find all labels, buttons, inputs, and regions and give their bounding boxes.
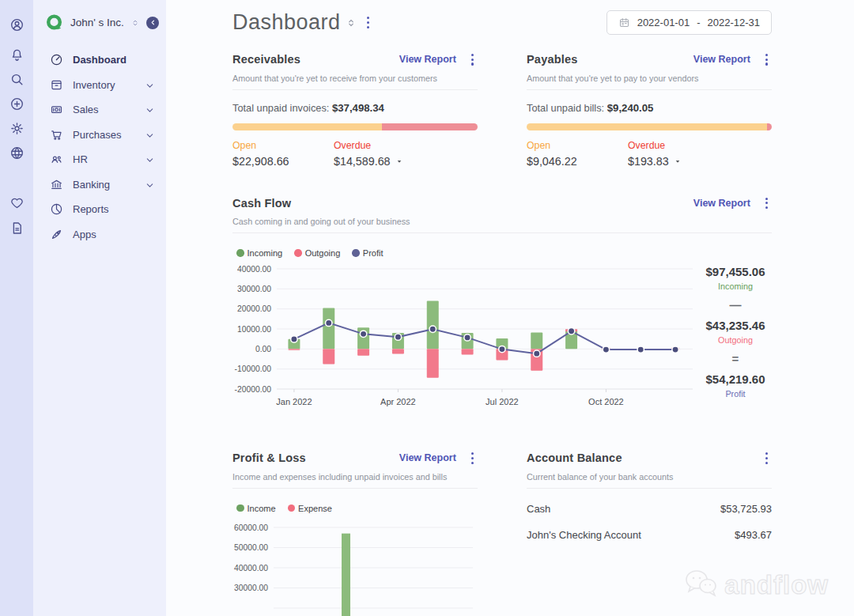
outgoing-total: $43,235.46 [699, 319, 772, 332]
dashboard-icon [50, 53, 63, 66]
gear-icon[interactable] [9, 121, 25, 136]
cashflow-legend: IncomingOutgoingProfit [236, 248, 772, 258]
svg-text:30000.00: 30000.00 [234, 584, 268, 592]
account-icon[interactable] [9, 17, 25, 32]
apps-icon [50, 228, 63, 241]
svg-text:-10000.00: -10000.00 [235, 365, 272, 373]
legend-item-incoming: Incoming [236, 248, 282, 258]
account-row: Cash$53,725.93 [527, 503, 772, 515]
cashflow-kebab-menu[interactable] [761, 195, 772, 212]
sidebar-item-apps[interactable]: Apps [33, 222, 166, 248]
sidebar-item-label: Sales [73, 104, 99, 115]
sidebar-item-label: Reports [73, 203, 109, 215]
page-title: Dashboard [232, 10, 341, 35]
sidebar-item-dashboard[interactable]: Dashboard [33, 47, 166, 73]
org-switch-icon[interactable] [131, 17, 139, 28]
legend-item-income: Income [236, 504, 276, 513]
cashflow-subtitle: Cash coming in and going out of your bus… [232, 217, 772, 226]
sidebar-item-inventory[interactable]: Inventory [33, 73, 166, 98]
date-range-picker[interactable]: 2022-01-01 - 2022-12-31 [606, 10, 772, 35]
chevron-down-icon [145, 105, 154, 114]
receivables-overdue-value: $14,589.68 [334, 155, 391, 168]
receivables-open: Open $22,908.66 [232, 140, 297, 168]
payables-open-segment [527, 123, 767, 130]
sidebar-item-reports[interactable]: Reports [33, 197, 166, 222]
profit-loss-legend: IncomeExpense [236, 504, 478, 513]
heart-icon[interactable] [9, 195, 25, 210]
collapse-sidebar-button[interactable] [146, 17, 159, 29]
payables-subtitle: Amount that you're yet to pay to your ve… [527, 74, 772, 83]
calendar-icon [618, 17, 630, 28]
svg-text:Oct 2022: Oct 2022 [588, 397, 624, 406]
reports-icon [50, 202, 63, 216]
chevron-down-icon [145, 81, 154, 89]
search-icon[interactable] [9, 72, 25, 87]
cashflow-view-report-link[interactable]: View Report [693, 198, 750, 209]
inventory-icon [50, 78, 63, 92]
sidebar-item-hr[interactable]: HR [33, 147, 166, 172]
svg-text:Apr 2022: Apr 2022 [380, 397, 416, 406]
sidebar-item-label: Banking [73, 179, 110, 191]
svg-text:60000.00: 60000.00 [234, 523, 268, 531]
account-balance-kebab-menu[interactable] [761, 450, 772, 467]
profit-loss-view-report-link[interactable]: View Report [399, 452, 456, 463]
receivables-total: Total unpaid invoices: $37,498.34 [232, 102, 478, 114]
date-end: 2022-12-31 [708, 17, 761, 28]
equals-operator: = [699, 352, 772, 365]
sidebar-item-sales[interactable]: Sales [33, 97, 166, 123]
org-logo-icon [45, 13, 63, 32]
cashflow-card: Cash Flow View Report Cash coming in and… [232, 195, 772, 414]
account-row: John's Checking Account$493.67 [527, 529, 772, 541]
receivables-progress-bar [232, 123, 478, 130]
sidebar-item-banking[interactable]: Banking [33, 172, 166, 198]
svg-text:Jul 2022: Jul 2022 [486, 397, 519, 406]
plus-icon[interactable] [9, 96, 25, 111]
receivables-card: Receivables View Report Amount that you'… [232, 51, 478, 168]
page-kebab-menu[interactable] [363, 14, 373, 31]
payables-kebab-menu[interactable] [761, 51, 772, 68]
payables-open-value: $9,046.22 [527, 155, 591, 168]
receivables-overdue: Overdue $14,589.68 [334, 140, 403, 168]
document-icon[interactable] [9, 221, 25, 236]
sidebar-item-label: Apps [73, 229, 96, 240]
overdue-dropdown-caret[interactable] [674, 157, 682, 165]
sidebar-nav: DashboardInventorySalesPurchasesHRBankin… [33, 47, 166, 247]
org-name: John' s Inc. [70, 17, 124, 28]
payables-overdue: Overdue $193.83 [628, 140, 693, 168]
dashboard-switch-icon[interactable] [346, 17, 356, 29]
receivables-kebab-menu[interactable] [467, 51, 478, 68]
org-selector[interactable]: John' s Inc. [33, 13, 166, 32]
profit-loss-title: Profit & Loss [232, 452, 306, 464]
top-cards-row: Receivables View Report Amount that you'… [232, 51, 772, 168]
payables-progress-bar [527, 123, 772, 130]
minus-operator: — [699, 298, 772, 312]
sales-icon [50, 103, 63, 116]
payables-card: Payables View Report Amount that you're … [527, 51, 772, 168]
svg-text:0.00: 0.00 [255, 345, 271, 353]
hr-icon [50, 153, 63, 166]
svg-text:Jan 2022: Jan 2022 [276, 397, 312, 406]
bell-icon[interactable] [9, 47, 25, 62]
sidebar-item-label: Purchases [73, 129, 121, 141]
profit-total: $54,219.60 [699, 372, 772, 386]
icon-rail [0, 0, 33, 616]
date-start: 2022-01-01 [637, 17, 690, 28]
page-header: Dashboard 2022-01-01 - 2022-12-31 [232, 10, 772, 35]
receivables-subtitle: Amount that you're yet to receive from y… [232, 74, 478, 83]
sidebar-item-purchases[interactable]: Purchases [33, 123, 166, 148]
legend-item-outgoing: Outgoing [294, 248, 340, 258]
sidebar: John' s Inc. DashboardInventorySalesPurc… [33, 0, 166, 616]
receivables-view-report-link[interactable]: View Report [399, 54, 456, 65]
profit-loss-chart: 60000.0050000.0040000.0030000.00 [232, 518, 478, 616]
profit-loss-kebab-menu[interactable] [467, 450, 478, 467]
payables-overdue-value: $193.83 [628, 155, 669, 168]
overdue-dropdown-caret[interactable] [395, 157, 403, 165]
payables-view-report-link[interactable]: View Report [693, 54, 750, 65]
receivables-overdue-segment [382, 123, 478, 130]
receivables-title: Receivables [232, 53, 300, 66]
svg-text:-20000.00: -20000.00 [235, 385, 272, 394]
sidebar-item-label: Dashboard [73, 54, 127, 66]
svg-text:40000.00: 40000.00 [234, 563, 268, 572]
globe-icon[interactable] [9, 145, 25, 161]
account-balance-subtitle: Current balance of your bank accounts [527, 472, 772, 482]
